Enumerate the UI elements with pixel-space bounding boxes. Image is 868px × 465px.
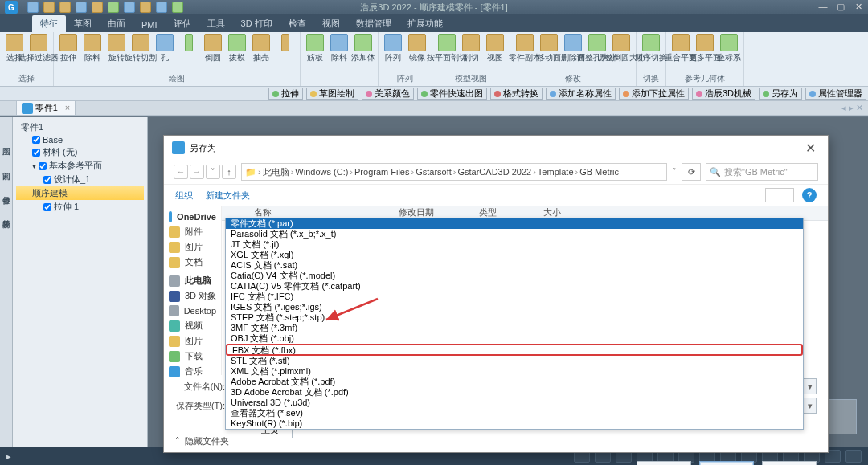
sidebar-item[interactable]: 3D 对象 (169, 288, 216, 304)
filetype-option[interactable]: JT 文档 (*.jt) (226, 239, 803, 250)
qat-icon[interactable] (92, 2, 103, 13)
filetype-option[interactable]: 3D Adobe Acrobat 文档 (*.pdf) (226, 387, 803, 398)
ribbon-button[interactable]: 顺序切换 (640, 34, 662, 63)
qat-icon[interactable] (43, 2, 55, 13)
filetype-option[interactable]: Universal 3D (*.u3d) (226, 398, 803, 408)
maximize-button[interactable]: ▢ (833, 2, 849, 13)
status-button[interactable] (845, 450, 862, 463)
left-palette-bar[interactable]: 图层囱前单位参考应外扬手 (0, 117, 13, 451)
filetype-option[interactable]: STL 文档 (*.stl) (226, 356, 803, 366)
filetype-option[interactable]: KeyShot(R) (*.bip) (226, 418, 803, 429)
ribbon-button[interactable]: 调整倒圆大小 (610, 34, 633, 63)
ribbon-tab[interactable]: 3D 打印 (233, 15, 280, 32)
filetype-option[interactable]: 零件文档 (*.par) (226, 218, 803, 229)
ribbon-button[interactable]: 旋转切割 (129, 34, 152, 63)
qat-icon[interactable] (124, 2, 135, 13)
nav-up-button[interactable]: ↑ (222, 165, 236, 179)
feature-chip[interactable]: 拉伸 (268, 88, 303, 100)
tree-node[interactable]: 材料 (无) (16, 145, 144, 159)
breadcrumb-segment[interactable]: Windows (C:) (295, 167, 348, 177)
filetype-option[interactable]: IFC 文档 (*.IFC) (226, 292, 803, 302)
ribbon-button[interactable]: 拔模 (226, 34, 248, 63)
view-mode-select[interactable] (765, 188, 794, 202)
qat-icon[interactable] (59, 2, 71, 13)
refresh-button[interactable]: ⟳ (682, 163, 701, 181)
sidebar-item[interactable]: OneDrive (169, 210, 216, 224)
feature-chip[interactable]: 关系颜色 (362, 88, 414, 100)
nav-recent-button[interactable]: ˅ (206, 165, 220, 179)
ribbon-button[interactable] (274, 34, 297, 52)
ribbon-button[interactable]: 更多平面 (694, 34, 716, 63)
document-tab[interactable]: 零件1 × (16, 100, 76, 116)
tree-node[interactable]: 拉伸 1 (16, 200, 144, 214)
dialog-close-button[interactable]: ✕ (800, 141, 820, 156)
sidebar-item[interactable]: 图片 (169, 333, 216, 349)
feature-chip[interactable]: 零件快速出图 (417, 88, 487, 100)
filetype-option[interactable]: 查看器文档 (*.sev) (226, 408, 803, 418)
qat-icon[interactable] (27, 2, 39, 13)
folder-sidebar[interactable]: OneDrive附件图片文档此电脑3D 对象Desktop视频图片下载音乐 (164, 206, 222, 375)
ribbon-button[interactable]: 坐标系 (718, 34, 740, 63)
breadcrumb-segment[interactable]: Program Files (354, 167, 409, 177)
ribbon-tab[interactable]: 工具 (199, 15, 233, 32)
ribbon-button[interactable]: 按平面剖切 (436, 34, 458, 63)
tree-node[interactable]: 零件1 (16, 120, 144, 134)
ribbon-tab[interactable]: 曲面 (100, 15, 133, 32)
breadcrumb-segment[interactable]: Template (538, 167, 574, 177)
ribbon-tab[interactable]: 特征 (32, 15, 66, 32)
filetype-option[interactable]: FBX 文档 (*.fbx) (226, 344, 803, 356)
ribbon-button[interactable]: 剖切 (460, 34, 482, 63)
options-button[interactable]: 选项(I)... (637, 461, 691, 465)
close-icon[interactable]: × (65, 103, 70, 112)
sidebar-item[interactable]: 图片 (169, 239, 216, 255)
feature-chip[interactable]: 添加名称属性 (546, 88, 616, 100)
expand-icon[interactable]: ˄ (175, 436, 180, 447)
breadcrumb-segment[interactable]: GstarCAD3D 2022 (457, 167, 531, 177)
feature-chip[interactable]: 属性管理器 (805, 88, 866, 100)
feature-chip[interactable]: 浩辰3D机械 (692, 88, 755, 100)
feature-tree[interactable]: 零件1 Base 材料 (无)▾ 基本参考平面 设计体_1顺序建模 拉伸 1 (13, 117, 148, 451)
tree-node[interactable]: Base (16, 134, 144, 145)
filetype-option[interactable]: Adobe Acrobat 文档 (*.pdf) (226, 377, 803, 387)
ribbon-button[interactable]: 筋板 (304, 34, 326, 63)
sidebar-item[interactable]: 音乐 (169, 364, 216, 379)
save-button[interactable]: 保存(S) (699, 461, 754, 465)
filetype-option[interactable]: CATIA(C) V5 零件文档 (*.catpart) (226, 281, 803, 292)
sidebar-item[interactable]: 下载 (169, 349, 216, 364)
ribbon-button[interactable]: 除料 (328, 34, 350, 63)
sidebar-item[interactable]: 视频 (169, 318, 216, 333)
ribbon-button[interactable]: 倒圆 (202, 34, 224, 63)
ribbon-button[interactable]: 除料 (81, 34, 104, 63)
sidebar-item[interactable]: 文档 (169, 255, 216, 270)
filetype-option[interactable]: STEP 文档 (*.step;*.stp) (226, 312, 803, 323)
nav-back-button[interactable]: ← (174, 165, 188, 179)
ribbon-button[interactable]: 零件副本 (514, 34, 536, 63)
ribbon-tab[interactable]: 检查 (280, 15, 314, 32)
hide-folders-toggle[interactable]: 隐藏文件夹 (185, 435, 229, 447)
tree-node[interactable]: 设计体_1 (16, 173, 144, 186)
qat-icon[interactable] (140, 2, 151, 13)
ribbon-button[interactable]: 选择过滤器 (27, 34, 50, 63)
filetype-option[interactable]: XML 文档 (*.plmxml) (226, 366, 803, 377)
new-folder-button[interactable]: 新建文件夹 (206, 190, 250, 202)
minimize-button[interactable]: — (815, 2, 831, 13)
ribbon-button[interactable]: 添加体 (352, 34, 375, 63)
search-input[interactable]: 🔍 搜索"GB Metric" (706, 163, 818, 181)
ribbon-button[interactable]: 孔 (154, 34, 176, 63)
filetype-option[interactable]: OBJ 文档 (*.obj) (226, 333, 803, 344)
ribbon-button[interactable]: 镜像 (406, 34, 428, 63)
ribbon-button[interactable]: 移动面 (538, 34, 560, 63)
filetype-option[interactable]: XGL 文档 (*.xgl) (226, 250, 803, 260)
filetype-option[interactable]: Catia(C) V4 文档 (*.model) (226, 271, 803, 281)
ribbon-button[interactable]: 抽売 (250, 34, 272, 63)
organize-menu[interactable]: 组织 (175, 190, 193, 202)
feature-chip[interactable]: 添加下拉属性 (619, 88, 689, 100)
feature-chip[interactable]: 格式转换 (490, 88, 542, 100)
filetype-option[interactable]: IGES 文档 (*.iges;*.igs) (226, 302, 803, 312)
ribbon-button[interactable]: 拉伸 (57, 34, 80, 63)
tree-node[interactable]: 顺序建模 (16, 186, 144, 200)
qat-icon[interactable] (108, 2, 119, 13)
sidebar-item[interactable]: 此电脑 (169, 273, 216, 288)
ribbon-tab[interactable]: PMI (133, 18, 166, 32)
cancel-button[interactable]: 取消 (762, 461, 817, 465)
